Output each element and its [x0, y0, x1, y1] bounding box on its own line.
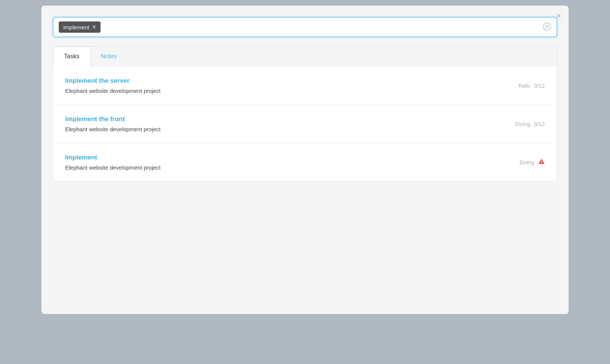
priority-icon	[538, 158, 545, 167]
task-item[interactable]: Implement Elephant website development p…	[53, 143, 557, 181]
search-tag-label: implement	[63, 24, 89, 30]
search-clear-button[interactable]	[543, 23, 551, 32]
search-modal: × implement × Tasks Notes	[41, 6, 569, 314]
svg-rect-4	[541, 161, 542, 162]
task-status: Todo	[518, 82, 530, 89]
task-title: Implement the front	[65, 115, 161, 123]
svg-point-5	[541, 163, 542, 164]
task-item[interactable]: Implement the front Elephant website dev…	[53, 105, 557, 143]
task-right: Doing 3/12	[515, 121, 545, 127]
task-project: Elephant website development project	[65, 88, 161, 94]
task-count: 3/12	[534, 82, 545, 89]
task-title: Implement the server	[65, 77, 161, 85]
task-left: Implement the server Elephant website de…	[65, 77, 161, 94]
tab-tasks[interactable]: Tasks	[53, 47, 90, 67]
search-box: implement ×	[53, 17, 557, 37]
tabs-container: Tasks Notes Implement the server Elephan…	[53, 46, 557, 182]
tabs-header: Tasks Notes	[53, 47, 557, 67]
tab-notes[interactable]: Notes	[90, 47, 127, 67]
task-item[interactable]: Implement the server Elephant website de…	[53, 67, 557, 105]
task-right: Doing	[520, 158, 545, 167]
task-project: Elephant website development project	[65, 126, 161, 132]
tabs-content: Implement the server Elephant website de…	[53, 67, 557, 181]
task-left: Implement the front Elephant website dev…	[65, 115, 161, 132]
task-right: Todo 3/12	[518, 82, 545, 89]
task-status: Doing	[515, 121, 530, 127]
task-project: Elephant website development project	[65, 164, 161, 171]
task-count: 3/12	[534, 121, 545, 127]
search-tag-close[interactable]: ×	[92, 24, 96, 30]
task-status: Doing	[520, 159, 534, 165]
task-title: Implement	[65, 154, 161, 161]
task-left: Implement Elephant website development p…	[65, 154, 161, 171]
search-tag[interactable]: implement ×	[59, 21, 101, 33]
